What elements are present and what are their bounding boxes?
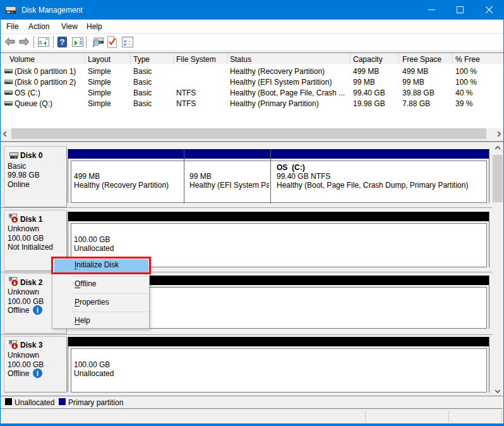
- svg-text:i: i: [37, 306, 39, 315]
- svg-text:?: ?: [60, 37, 65, 47]
- svg-text:i: i: [37, 369, 39, 378]
